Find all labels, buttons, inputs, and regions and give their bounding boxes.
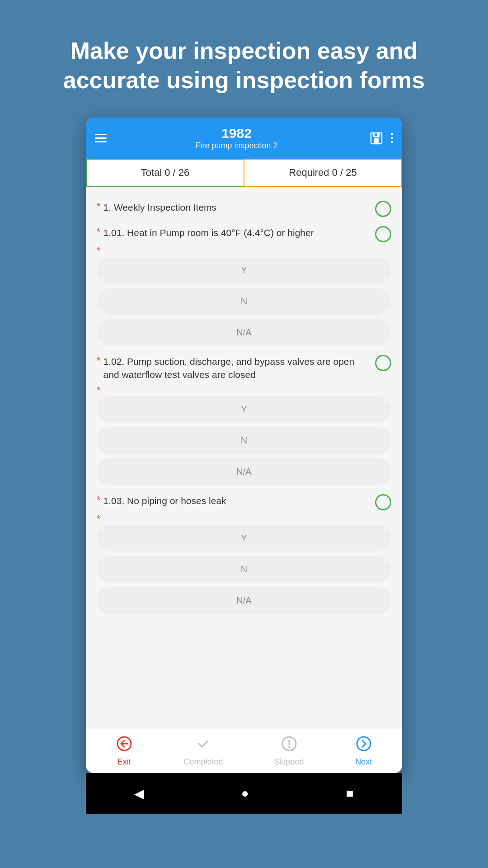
completed-button[interactable]: Completed [184,736,223,767]
question-block-1-03: * 1.03. No piping or hoses leak * Y N N/… [97,494,391,614]
summary-row: Total 0 / 26 Required 0 / 25 [86,159,402,187]
svg-rect-2 [374,138,379,143]
required-star-opt-1-01: * [97,245,101,257]
answer-n-1-02[interactable]: N [97,427,391,454]
exit-label: Exit [117,757,131,767]
question-block-1-01: * 1.01. Heat in Pump room is 40°F (4.4°C… [97,226,391,346]
required-star-1-01: * [97,226,101,238]
system-nav-bar: ◀ ● ■ [86,773,402,814]
answer-options-1-03: Y N N/A [97,525,391,614]
completed-icon [195,736,211,755]
svg-point-9 [357,737,371,750]
answer-y-1-01[interactable]: Y [97,257,391,283]
status-circle-1-01[interactable] [375,226,391,242]
status-circle-1[interactable] [375,201,391,217]
svg-rect-3 [375,133,377,136]
question-row-1-03: * 1.03. No piping or hoses leak [97,494,391,510]
svg-point-8 [288,746,290,748]
bottom-nav: Exit Completed Skipped [86,729,402,773]
hero-heading: Make your inspection easy and accurate u… [0,0,488,118]
question-row-1-01: * 1.01. Heat in Pump room is 40°F (4.4°C… [97,226,391,242]
question-row-1: * 1. Weekly Inspection Items [97,201,391,217]
answer-n-1-01[interactable]: N [97,288,391,315]
status-circle-1-02[interactable] [375,355,391,371]
next-icon [356,736,372,755]
question-row-1-02: * 1.02. Pump suction, discharge, and byp… [97,355,391,382]
required-star-opt-1-03: * [97,513,101,525]
answer-y-1-02[interactable]: Y [97,396,391,423]
required-star-1-02: * [97,355,101,367]
exit-icon [116,736,132,755]
status-circle-1-03[interactable] [375,494,391,510]
skipped-icon [281,736,297,755]
content-area[interactable]: * 1. Weekly Inspection Items * 1.01. Hea… [86,187,402,729]
required-star-opt-1-02: * [97,384,101,396]
app-bar-actions [366,128,393,148]
phone-mockup: 1982 Fire pump inspection 2 Total 0 / 26… [86,118,402,773]
back-button[interactable]: ◀ [134,786,144,801]
app-bar: 1982 Fire pump inspection 2 [86,118,402,159]
next-button[interactable]: Next [355,736,372,767]
answer-options-1-01: Y N N/A [97,257,391,346]
total-count: Total 0 / 26 [86,159,244,187]
required-star-1: * [97,201,101,212]
exit-button[interactable]: Exit [116,736,132,767]
required-star-1-03: * [97,494,101,506]
home-button[interactable]: ● [241,786,249,801]
answer-options-1-02: Y N N/A [97,396,391,485]
answer-na-1-02[interactable]: N/A [97,458,391,485]
completed-label: Completed [184,757,223,767]
next-label: Next [355,757,372,767]
app-bar-subtitle: Fire pump inspection 2 [195,141,277,151]
question-text-1: 1. Weekly Inspection Items [103,201,375,214]
more-options-icon[interactable] [391,133,393,143]
required-count: Required 0 / 25 [244,159,402,187]
skipped-button[interactable]: Skipped [274,736,304,767]
menu-icon[interactable] [95,134,107,142]
answer-n-1-03[interactable]: N [97,556,391,583]
question-text-1-01: 1.01. Heat in Pump room is 40°F (4.4°C) … [103,226,375,239]
question-text-1-02: 1.02. Pump suction, discharge, and bypas… [103,355,375,382]
app-bar-title: 1982 [221,126,252,141]
app-bar-center: 1982 Fire pump inspection 2 [195,126,277,151]
skipped-label: Skipped [274,757,304,767]
question-block-1-02: * 1.02. Pump suction, discharge, and byp… [97,355,391,485]
save-button[interactable] [366,128,386,148]
question-block-1: * 1. Weekly Inspection Items [97,201,391,217]
question-text-1-03: 1.03. No piping or hoses leak [103,494,375,507]
recent-button[interactable]: ■ [346,786,354,801]
answer-y-1-03[interactable]: Y [97,525,391,552]
answer-na-1-03[interactable]: N/A [97,587,391,614]
answer-na-1-01[interactable]: N/A [97,319,391,346]
